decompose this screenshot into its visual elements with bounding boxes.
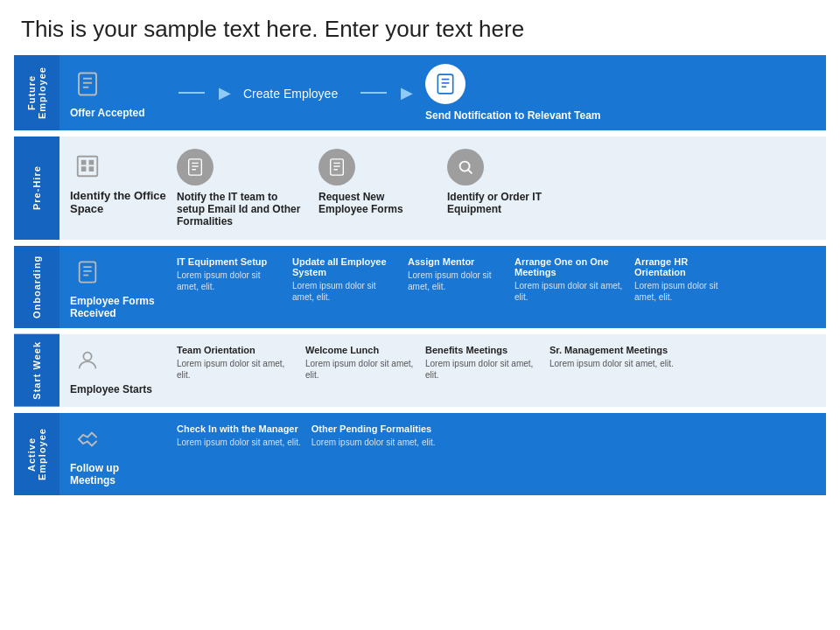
row-label-startweek: Start Week: [14, 334, 60, 407]
cell-order-equipment: Identify or Order IT Equipment: [447, 149, 565, 215]
cell-welcome-lunch: Welcome Lunch Lorem ipsum dolor sit amet…: [305, 343, 415, 381]
cell-request-forms: Request New Employee Forms: [318, 149, 437, 215]
benefits-meetings-label: Benefits Meetings: [425, 345, 508, 355]
update-system-body: Lorem ipsum dolor sit amet, elit.: [292, 280, 397, 303]
sr-mgmt-label: Sr. Management Meetings: [550, 345, 668, 355]
arrow-1: [178, 92, 205, 94]
doc-icon-notification: [425, 64, 466, 104]
cell-create-employee: Create Employee: [243, 85, 348, 101]
svg-rect-23: [80, 262, 96, 282]
row-label-prehire: Pre-Hire: [14, 136, 60, 240]
checkin-label: Check In with the Manager: [177, 424, 298, 434]
arrow-2: [360, 92, 387, 94]
search-icon: [447, 149, 484, 186]
doc-icon-offer: [70, 66, 105, 102]
benefits-meetings-body: Lorem ipsum dolor sit amet, elit.: [425, 358, 539, 381]
it-setup-label: IT Equipment Setup: [177, 256, 267, 267]
row-active-employee: ActiveEmployee Follow up Meetings Check …: [14, 413, 826, 495]
cell-benefits-meetings: Benefits Meetings Lorem ipsum dolor sit …: [425, 343, 539, 381]
order-equipment-label: Identify or Order IT Equipment: [447, 191, 565, 215]
identify-office-label: Identify the Office Space: [70, 189, 166, 215]
hr-orientation-body: Lorem ipsum dolor sit amet, elit.: [634, 280, 739, 303]
page-title: This is your sample text here. Enter you…: [0, 0, 840, 52]
row-label-onboarding: Onboarding: [14, 246, 60, 328]
doc-icon-it: [177, 149, 214, 186]
svg-rect-4: [438, 74, 452, 94]
row-label-future: FutureEmployee: [14, 55, 60, 130]
cell-notify-it: Notify the IT team to setup Email Id and…: [177, 149, 308, 228]
welcome-lunch-label: Welcome Lunch: [305, 345, 379, 355]
one-meetings-body: Lorem ipsum dolor sit amet, elit.: [514, 280, 624, 303]
request-forms-label: Request New Employee Forms: [318, 191, 437, 215]
svg-rect-0: [79, 74, 96, 95]
cell-hr-orientation: Arrange HR Orientation Lorem ipsum dolor…: [634, 255, 739, 303]
update-system-label: Update all Employee System: [292, 256, 397, 277]
one-meetings-label: Arrange One on One Meetings: [514, 256, 624, 277]
cell-identify-office: Identify the Office Space: [70, 149, 166, 215]
cell-offer-accepted: Offer Accepted: [70, 66, 166, 119]
content-area: FutureEmployee Offer Accepted ▶: [14, 55, 826, 499]
building-icon: [70, 149, 105, 184]
create-employee-label: Create Employee: [243, 87, 338, 101]
svg-point-27: [83, 353, 91, 360]
cell-followup-meetings: Follow up Meetings: [70, 422, 166, 486]
svg-rect-8: [78, 157, 98, 177]
arrow-icon-1: ▶: [217, 83, 233, 102]
notify-it-label: Notify the IT team to setup Email Id and…: [177, 191, 308, 228]
it-setup-body: Lorem ipsum dolor sit amet, elit.: [177, 270, 282, 292]
cell-one-meetings: Arrange One on One Meetings Lorem ipsum …: [514, 255, 624, 303]
row-label-active: ActiveEmployee: [14, 413, 60, 495]
person-icon: [70, 343, 105, 378]
cell-update-system: Update all Employee System Lorem ipsum d…: [292, 255, 397, 303]
svg-rect-17: [331, 159, 344, 175]
assign-mentor-label: Assign Mentor: [408, 256, 474, 267]
sr-mgmt-body: Lorem ipsum dolor sit amet, elit.: [550, 358, 674, 369]
row-start-week: Start Week Employee Starts Team Orientat…: [14, 334, 826, 407]
forms-received-label: Employee Forms Received: [70, 295, 166, 319]
team-orientation-body: Lorem ipsum dolor sit amet, elit.: [177, 358, 295, 381]
svg-rect-10: [90, 161, 94, 164]
svg-point-21: [460, 162, 470, 172]
welcome-lunch-body: Lorem ipsum dolor sit amet, elit.: [305, 358, 415, 381]
cell-it-setup: IT Equipment Setup Lorem ipsum dolor sit…: [177, 255, 282, 292]
row-future-employee: FutureEmployee Offer Accepted ▶: [14, 55, 826, 130]
row-pre-hire: Pre-Hire Identify the Office Space: [14, 136, 826, 240]
arrow-icon-2: ▶: [399, 83, 415, 102]
cell-send-notification: Send Notification to Relevant Team: [425, 64, 600, 122]
cell-team-orientation: Team Orientation Lorem ipsum dolor sit a…: [177, 343, 295, 381]
pending-body: Lorem ipsum dolor sit amet, elit.: [312, 437, 436, 448]
assign-mentor-body: Lorem ipsum dolor sit amet, elit.: [408, 270, 504, 292]
offer-accepted-label: Offer Accepted: [70, 107, 145, 119]
cell-employee-starts: Employee Starts: [70, 343, 166, 396]
team-orientation-label: Team Orientation: [177, 345, 256, 355]
cell-pending-formalities: Other Pending Formalities Lorem ipsum do…: [312, 422, 436, 448]
row-onboarding: Onboarding Employee Forms Received IT Eq…: [14, 246, 826, 328]
cell-assign-mentor: Assign Mentor Lorem ipsum dolor sit amet…: [408, 255, 504, 292]
followup-label: Follow up Meetings: [70, 462, 166, 486]
checkin-body: Lorem ipsum dolor sit amet, elit.: [177, 437, 301, 448]
hr-orientation-label: Arrange HR Orientation: [634, 256, 739, 277]
svg-rect-11: [82, 167, 86, 171]
svg-rect-13: [189, 159, 202, 175]
employee-starts-label: Employee Starts: [70, 383, 152, 396]
svg-rect-9: [82, 161, 86, 164]
svg-line-22: [468, 170, 472, 173]
cell-forms-received: Employee Forms Received: [70, 255, 166, 319]
doc-icon-forms-received: [70, 255, 105, 290]
pending-label: Other Pending Formalities: [312, 424, 432, 434]
doc-icon-forms: [318, 149, 355, 186]
send-notification-label: Send Notification to Relevant Team: [425, 109, 600, 122]
cell-checkin-manager: Check In with the Manager Lorem ipsum do…: [177, 422, 301, 448]
cell-sr-mgmt-meetings: Sr. Management Meetings Lorem ipsum dolo…: [550, 343, 674, 369]
handshake-icon: [70, 422, 105, 457]
svg-rect-12: [90, 167, 94, 171]
